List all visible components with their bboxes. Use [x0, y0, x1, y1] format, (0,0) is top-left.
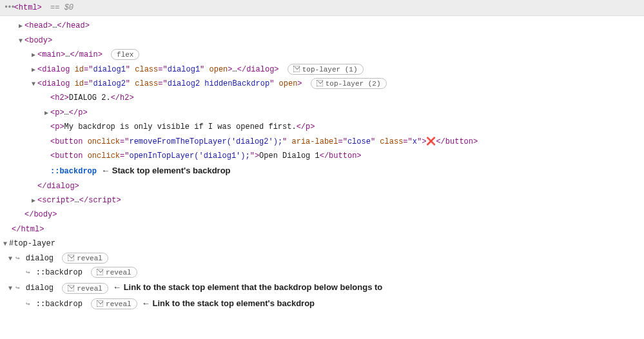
reveal-button[interactable]: reveal [62, 253, 108, 264]
node-body-close[interactable]: </body> [1, 208, 643, 222]
expand-toggle[interactable]: ▼ [17, 35, 24, 46]
reveal-button[interactable]: reveal [91, 298, 137, 309]
annotation-text: ← Link to the stack top element that the… [113, 282, 382, 292]
link-arrow-icon: ↪ [26, 269, 30, 276]
expand-toggle[interactable]: ▼ [6, 283, 14, 294]
node-button-close[interactable]: <button onclick="removeFromTheTopLayer('… [1, 135, 643, 149]
top-layer-backdrop-2[interactable]: ↪ ::backdrop reveal ← Link to the stack … [1, 296, 643, 311]
expand-toggle[interactable]: ▶ [43, 108, 50, 119]
node-body-open[interactable]: ▼<body> [1, 34, 643, 48]
node-script[interactable]: ▶<script>…</script> [1, 193, 643, 208]
x-icon: ❌ [426, 137, 436, 146]
ellipsis-icon: ••• [4, 3, 14, 12]
expand-toggle[interactable]: ▶ [30, 50, 37, 61]
node-main[interactable]: ▶<main>…</main> flex [1, 48, 643, 62]
link-arrow-icon: ↪ [15, 284, 20, 292]
flex-badge[interactable]: flex [111, 49, 139, 60]
link-arrow-icon: ↪ [15, 255, 20, 262]
node-dialog1[interactable]: ▶<dialog id="dialog1" class="dialog1" op… [1, 63, 643, 77]
arrow-icon [293, 66, 300, 72]
node-p-collapsed[interactable]: ▶<p>…</p> [1, 106, 643, 120]
node-backdrop-pseudo[interactable]: ::backdrop ← Stack top element's backdro… [1, 163, 643, 179]
top-layer-dialog-2[interactable]: ▼↪ dialog reveal ← Link to the stack top… [1, 280, 643, 295]
arrow-icon [68, 255, 74, 261]
node-h2[interactable]: <h2>DIALOG 2.</h2> [1, 91, 643, 105]
expand-toggle[interactable]: ▼ [6, 253, 14, 264]
selected-node-hint: == $0 [50, 3, 73, 12]
arrow-icon [97, 300, 103, 307]
top-layer-badge-2[interactable]: top-layer (2) [311, 78, 387, 89]
expand-toggle[interactable]: ▶ [30, 64, 37, 75]
top-layer-badge-1[interactable]: top-layer (1) [288, 64, 364, 75]
annotation-text: ← Link to the stack top element's backdr… [142, 298, 315, 308]
node-head[interactable]: ▶<head>…</head> [1, 19, 643, 33]
devtools-selector-bar: •••<html> == $0 [0, 0, 644, 16]
root-tag[interactable]: <html> [14, 3, 42, 12]
reveal-button[interactable]: reveal [91, 267, 137, 278]
expand-toggle[interactable]: ▶ [17, 21, 24, 32]
node-html-close[interactable]: </html> [1, 222, 643, 237]
arrow-icon [317, 80, 323, 86]
annotation-text: ← Stack top element's backdrop [101, 166, 230, 175]
expand-toggle[interactable]: ▼ [30, 79, 37, 90]
arrow-icon [97, 269, 103, 275]
node-p-backdrop-text[interactable]: <p>My backdrop is only visible if I was … [1, 120, 643, 134]
reveal-button[interactable]: reveal [62, 283, 108, 294]
link-arrow-icon: ↪ [26, 300, 30, 308]
top-layer-header[interactable]: ▼#top-layer [1, 237, 643, 251]
dom-tree[interactable]: ▶<head>…</head> ▼<body> ▶<main>…</main> … [0, 16, 644, 316]
expand-toggle[interactable]: ▶ [30, 195, 37, 206]
node-button-open-dialog1[interactable]: <button onclick="openInTopLayer('dialog1… [1, 149, 643, 163]
node-dialog2-close[interactable]: </dialog> [1, 179, 643, 193]
arrow-icon [68, 285, 74, 291]
node-dialog2-open[interactable]: ▼<dialog id="dialog2" class="dialog2 hid… [1, 77, 643, 91]
expand-toggle[interactable]: ▼ [1, 238, 9, 249]
top-layer-dialog-1[interactable]: ▼↪ dialog reveal [1, 251, 643, 266]
top-layer-backdrop-1[interactable]: ↪ ::backdrop reveal [1, 266, 643, 280]
